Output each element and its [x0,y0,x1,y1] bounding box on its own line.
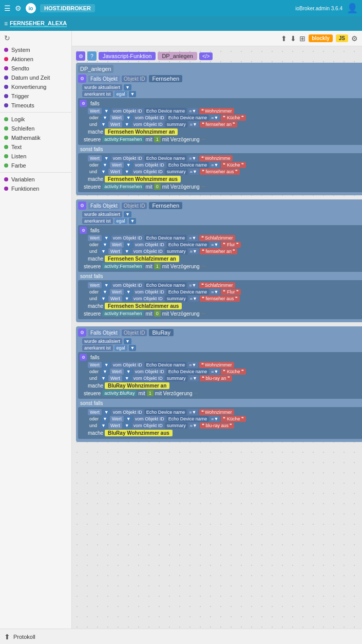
sidebar-item-label: Text [11,144,22,150]
sidebar-item-label: Farbe [11,162,26,169]
oder-row-1b: oder ▼ Wert ▼ vom Objekt ID Echo Device … [80,162,362,168]
bottom-up-icon[interactable]: ⬆ [4,633,10,641]
settings-icon[interactable]: ⚙ [15,4,22,12]
steuere-label: steuere [84,137,101,142]
content-toolbar: ⬆ ⬇ ⊞ blockly JS ⚙ [72,31,362,46]
vom-tag-2b: vom Objekt ID [134,162,166,168]
sidebar-item-konvertierung[interactable]: Konvertierung [0,82,71,91]
wert-tag-3: Wert [108,121,122,127]
falls-block-1: ⚙ falls Wert ▼ vom Objekt ID Echo Device… [78,98,362,145]
wert-dropdown[interactable]: ▼ [103,108,110,114]
objekt-name-2: Fernsehen [149,202,182,209]
blockly-button[interactable]: blockly [309,34,332,42]
refresh-icon[interactable]: ⊞ [299,34,306,43]
mit-verzögerung-label: mit Verzögerung [162,137,200,142]
wert-dropdown-3[interactable]: ▼ [123,121,131,127]
wert-dropdown-3b[interactable]: ▼ [123,169,131,175]
eq-tag-3b[interactable]: =▼ [188,169,199,175]
str-val-wohnzimmer: ❝ Wohnzimmer [199,108,234,114]
sidebar-item-mathematik[interactable]: Mathematik [0,133,71,142]
sidebar-item-listen[interactable]: Listen [0,152,71,161]
activity-tag-1: activity:Fernsehen [102,136,144,142]
und-tag: und [88,121,99,127]
anerkannt-tag-3: anerkannt ist [82,345,113,351]
sidebar-item-timeouts[interactable]: Timeouts [0,101,71,110]
sidebar-item-farbe[interactable]: Farbe [0,161,71,170]
oder-row-3a: oder ▼ Wert ▼ vom Objekt ID Echo Device … [80,369,362,375]
oder-dropdown[interactable]: ▼ [101,115,109,121]
objekt-id-tag-3: Objekt ID [122,329,147,336]
sidebar-item-system[interactable]: System [0,45,71,54]
wurde-tag-2: wurde aktualisiert [82,211,122,217]
anerkannt-row-2: anerkannt ist egal ▼ [82,218,362,224]
dropdown-arrow-3a[interactable]: ▼ [124,338,131,344]
fn-label: Javascript-Funktion [99,52,156,60]
falls-header-2: ⚙ falls [80,227,362,234]
canvas[interactable]: ⚙ ? Javascript-Funktion DP_anlegen </> D… [72,46,362,629]
settings-gear-icon[interactable]: ⚙ [351,34,358,43]
wert-dropdown-1b[interactable]: ▼ [103,155,110,161]
falls-block-2b: Wert ▼ vom Objekt ID Echo Device name =▼… [78,280,362,319]
wurde-tag-3: wurde aktualisiert [82,338,122,344]
eq-tag-2b[interactable]: =▼ [209,162,220,168]
dropdown-arrow-2[interactable]: ▼ [129,91,137,97]
mit-label: mit [145,137,152,142]
trigger-dot [4,94,8,98]
dropdown-arrow-2a[interactable]: ▼ [124,211,131,217]
dropdown-arrow-3b[interactable]: ▼ [129,345,137,351]
fn-tag: </> [199,52,213,60]
eq-tag-2[interactable]: =▼ [209,115,220,121]
fn-gear-icon: ⚙ [76,51,85,61]
dropdown-arrow-2b[interactable]: ▼ [129,218,137,224]
falls-header-1: ⚙ falls [80,100,362,107]
profile-icon[interactable]: 👤 [347,3,358,14]
und-dropdown[interactable]: ▼ [100,121,107,127]
egal-tag-2[interactable]: egal [115,218,127,224]
menu-icon[interactable]: ☰ [4,4,11,12]
steuere-row-1b: steuere activity:Fernsehen mit 0 mit Ver… [80,183,362,190]
egal-tag-3[interactable]: egal [115,345,127,351]
sidebar-item-schleifen[interactable]: Schleifen [0,124,71,133]
eq-tag-1b[interactable]: =▼ [187,155,198,161]
wurde-row-3: wurde aktualisiert ▼ [82,338,362,344]
sidebar-item-trigger[interactable]: Trigger [0,91,71,101]
sidebar-item-text[interactable]: Text [0,142,71,152]
str-val-wohnzimme: ❝ Wohnzimme [199,155,233,161]
mache-row-1: mache Fernsehen Wohnzimmer an [80,128,362,135]
dropdown-arrow[interactable]: ▼ [124,84,131,90]
farbe-dot [4,163,8,168]
refresh-button[interactable]: ↻ [0,31,71,45]
system-dot [4,48,8,52]
wert-tag: Wert [88,108,102,114]
listen-dot [4,154,8,158]
eq-tag-3[interactable]: =▼ [188,121,199,127]
sidebar-item-sendto[interactable]: Sendto [0,64,71,73]
sidebar-item-label: System [11,47,30,53]
export-icon[interactable]: ⬆ [281,34,287,43]
und-dropdown-1b[interactable]: ▼ [100,169,107,175]
oder-row-2b: oder ▼ Wert ▼ vom Objekt ID Echo Device … [80,289,362,295]
mache-row-3a: mache BluRay Wohnzimmer an [80,382,362,389]
sidebar-item-label: Trigger [11,93,29,99]
timeouts-dot [4,103,8,107]
sidebar-item-aktionen[interactable]: Aktionen [0,54,71,64]
js-button[interactable]: JS [336,34,348,42]
wert-dropdown-2[interactable]: ▼ [125,115,132,121]
wert-tag-3b: Wert [108,169,122,175]
str-val-fernseher-an: ❝ fernseher an ❞ [200,121,238,127]
sidebar-item-logik[interactable]: Logik [0,115,71,124]
datetime-dot [4,76,8,80]
sidebar-item-variablen[interactable]: Variablen [0,175,71,184]
wert-dropdown-2b[interactable]: ▼ [125,162,132,168]
import-icon[interactable]: ⬇ [290,34,296,43]
sidebar-item-datetime[interactable]: Datum und Zeit [0,73,71,82]
fn-question-icon: ? [87,51,97,61]
egal-tag[interactable]: egal [115,91,127,97]
falls-gear-icon-2: ⚙ [80,227,87,234]
eq-tag[interactable]: =▼ [187,108,198,114]
mache-value-1: Fernsehen Wohnzimmer an [105,128,178,135]
fn-name[interactable]: DP_anlegen [158,52,197,60]
sidebar-item-funktionen[interactable]: Funktionen [0,184,71,193]
oder-dropdown-1b[interactable]: ▼ [101,162,109,168]
breadcrumb: FERNSEHER_ALEXA [10,20,67,27]
